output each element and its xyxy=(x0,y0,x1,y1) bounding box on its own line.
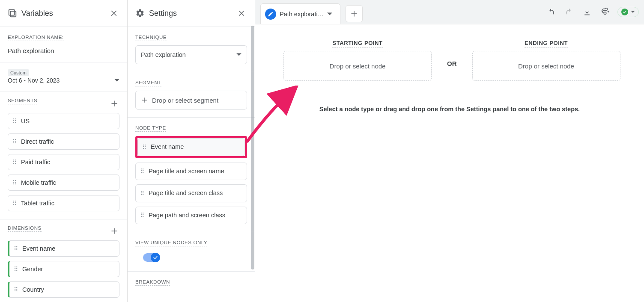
dimension-chip-label: Country xyxy=(22,286,44,293)
drag-handle-icon: ⠿ xyxy=(12,139,17,145)
date-range-badge: Custom xyxy=(8,69,29,76)
segment-drop-text: Drop or select segment xyxy=(152,97,218,104)
ending-point-drop[interactable]: Drop or select node xyxy=(472,51,620,81)
segment-chip[interactable]: ⠿Paid traffic xyxy=(8,154,119,170)
dimension-chip-label: Event name xyxy=(22,245,55,252)
nodetype-chip-label: Event name xyxy=(151,143,184,151)
segment-section: SEGMENT Drop or select segment xyxy=(128,72,255,118)
dimension-chip[interactable]: ⠿Event name xyxy=(8,240,119,257)
starting-point-drop[interactable]: Drop or select node xyxy=(283,51,432,81)
unique-nodes-label: VIEW UNIQUE NODES ONLY xyxy=(135,240,207,246)
add-dimension-button[interactable] xyxy=(109,226,119,236)
date-range-section[interactable]: Custom Oct 6 - Nov 2, 2023 xyxy=(0,62,127,92)
download-button[interactable] xyxy=(581,6,593,18)
variables-title: Variables xyxy=(21,9,104,18)
redo-button xyxy=(564,6,575,18)
segment-chip[interactable]: ⠿Direct traffic xyxy=(8,133,119,150)
dimension-chip-label: Gender xyxy=(22,266,43,272)
segment-chip[interactable]: ⠿US xyxy=(8,113,119,129)
status-pill[interactable] xyxy=(617,7,639,17)
exploration-name-section: EXPLORATION NAME: Path exploration xyxy=(0,27,127,62)
nodes-row: STARTING POINT Drop or select node OR EN… xyxy=(283,39,631,81)
gear-icon xyxy=(135,9,145,18)
settings-panel: Settings TECHNIQUE Path exploration SEGM… xyxy=(128,0,255,302)
settings-scroll[interactable]: TECHNIQUE Path exploration SEGMENT Drop … xyxy=(128,27,255,302)
segments-section: SEGMENTS ⠿US ⠿Direct traffic ⠿Paid traff… xyxy=(0,92,127,219)
drag-handle-icon: ⠿ xyxy=(140,212,144,218)
segment-chip-label: US xyxy=(21,118,30,124)
nodetype-chip-label: Page title and screen class xyxy=(149,189,223,198)
canvas-toolbar xyxy=(546,6,639,18)
segment-chip[interactable]: ⠿Mobile traffic xyxy=(8,175,119,191)
nodetype-chip-label: Page path and screen class xyxy=(149,211,225,220)
dimension-chip[interactable]: ⠿Gender xyxy=(8,261,119,277)
nodetype-section: NODE TYPE ⠿ Event name ⠿Page title and s… xyxy=(128,118,255,232)
nodetype-highlight: ⠿ Event name xyxy=(135,136,247,158)
dimension-chip[interactable]: ⠿Country xyxy=(8,281,119,298)
drag-handle-icon: ⠿ xyxy=(142,144,146,150)
close-settings-button[interactable] xyxy=(236,8,247,19)
drag-handle-icon: ⠿ xyxy=(140,190,144,196)
settings-header: Settings xyxy=(128,0,255,27)
starting-point-placeholder: Drop or select node xyxy=(330,62,386,70)
drag-handle-icon: ⠿ xyxy=(12,200,17,206)
variables-scroll[interactable]: EXPLORATION NAME: Path exploration Custo… xyxy=(0,27,127,302)
add-tab-button[interactable] xyxy=(346,5,363,22)
undo-button[interactable] xyxy=(546,6,557,18)
svg-rect-0 xyxy=(9,10,15,15)
unique-nodes-toggle[interactable] xyxy=(143,253,159,262)
nodetype-chip[interactable]: ⠿Page path and screen class xyxy=(135,207,247,225)
toggle-knob-icon xyxy=(151,253,160,262)
settings-title: Settings xyxy=(149,9,232,18)
svg-rect-1 xyxy=(10,11,16,17)
pencil-icon xyxy=(265,9,276,20)
date-range-value: Oct 6 - Nov 2, 2023 xyxy=(8,77,60,84)
breakdown-section: BREAKDOWN xyxy=(128,272,255,302)
canvas-help-text: Select a node type or drag and drop one … xyxy=(268,106,631,113)
nodetype-chip[interactable]: ⠿Page title and screen name xyxy=(135,163,247,181)
starting-point-wrap: STARTING POINT Drop or select node xyxy=(283,39,432,81)
segments-label: SEGMENTS xyxy=(8,98,37,104)
nodetype-chip-label: Page title and screen name xyxy=(149,167,224,176)
unique-nodes-section: VIEW UNIQUE NODES ONLY xyxy=(128,232,255,272)
check-icon xyxy=(621,9,628,15)
drag-handle-icon: ⠿ xyxy=(12,180,17,186)
exploration-name-label: EXPLORATION NAME: xyxy=(8,35,64,41)
segment-drop[interactable]: Drop or select segment xyxy=(135,91,247,110)
technique-section: TECHNIQUE Path exploration xyxy=(128,27,255,72)
tab-path-exploration[interactable]: Path explorati… xyxy=(260,3,340,24)
segment-chip-label: Direct traffic xyxy=(21,138,54,145)
technique-value: Path exploration xyxy=(141,51,186,58)
canvas-body: STARTING POINT Drop or select node OR EN… xyxy=(255,24,644,302)
starting-point-label: STARTING POINT xyxy=(332,40,382,47)
ending-point-placeholder: Drop or select node xyxy=(518,62,574,70)
segment-label: SEGMENT xyxy=(135,80,161,86)
segment-chip-label: Paid traffic xyxy=(21,159,50,166)
technique-label: TECHNIQUE xyxy=(135,35,167,41)
drag-handle-icon: ⠿ xyxy=(14,287,18,293)
nodetype-chip[interactable]: ⠿Page title and screen class xyxy=(135,184,247,202)
drag-handle-icon: ⠿ xyxy=(14,246,18,252)
ending-point-label: ENDING POINT xyxy=(525,40,568,47)
dropdown-icon xyxy=(114,78,119,83)
nodetype-label: NODE TYPE xyxy=(135,125,166,132)
segment-chip[interactable]: ⠿Tablet traffic xyxy=(8,195,119,211)
exploration-name-value[interactable]: Path exploration xyxy=(8,47,119,54)
drag-handle-icon: ⠿ xyxy=(140,168,144,174)
close-variables-button[interactable] xyxy=(108,8,119,19)
share-button[interactable] xyxy=(599,6,611,18)
dropdown-icon xyxy=(631,10,635,14)
plus-icon xyxy=(141,97,148,104)
tab-title: Path explorati… xyxy=(280,11,324,18)
technique-select[interactable]: Path exploration xyxy=(135,45,247,64)
nodetype-chip[interactable]: ⠿ Event name xyxy=(137,138,245,156)
dropdown-icon xyxy=(236,52,242,57)
tab-bar: Path explorati… xyxy=(255,0,644,24)
dimensions-section: DIMENSIONS ⠿Event name ⠿Gender ⠿Country xyxy=(0,219,127,302)
dropdown-icon[interactable] xyxy=(327,12,335,17)
drag-handle-icon: ⠿ xyxy=(12,159,17,165)
breakdown-label: BREAKDOWN xyxy=(135,279,170,286)
variables-header: Variables xyxy=(0,0,127,27)
add-segment-button[interactable] xyxy=(109,98,119,109)
scrollbar[interactable] xyxy=(251,26,254,269)
